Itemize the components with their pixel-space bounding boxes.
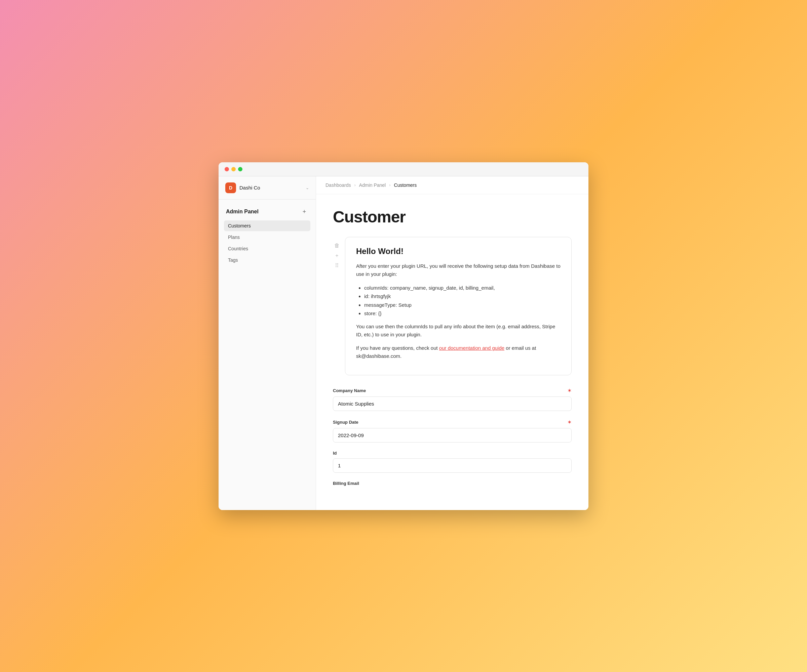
workspace-name: Dashi Co bbox=[239, 185, 302, 190]
bullet-item: store: {} bbox=[364, 309, 561, 318]
app-body: D Dashi Co ⌄ Admin Panel + Customers Pla… bbox=[219, 176, 588, 510]
plugin-card-title: Hello World! bbox=[356, 247, 561, 256]
card-actions: 🗑 + ⠿ bbox=[333, 237, 341, 270]
workspace-avatar: D bbox=[225, 182, 236, 193]
main-content: Dashboards › Admin Panel › Customers Cus… bbox=[316, 176, 588, 510]
breadcrumb-admin-panel[interactable]: Admin Panel bbox=[359, 182, 386, 188]
sidebar-section-title: Admin Panel bbox=[226, 209, 259, 215]
id-label-row: Id bbox=[333, 450, 572, 455]
signup-date-label-row: Signup Date ✶ bbox=[333, 419, 572, 425]
delete-icon: 🗑 bbox=[334, 243, 340, 249]
sidebar-item-tags[interactable]: Tags bbox=[224, 255, 311, 265]
bullet-item: id: ihrtsgfyjk bbox=[364, 292, 561, 301]
sidebar-section-header: Admin Panel + bbox=[224, 206, 311, 220]
plugin-card-doc-text: If you have any questions, check out our… bbox=[356, 344, 561, 360]
plugin-card-bullets: columnIds: company_name, signup_date, id… bbox=[364, 283, 561, 318]
form-section: Company Name ✶ Signup Date ✶ bbox=[333, 387, 572, 497]
add-icon: + bbox=[335, 253, 338, 259]
company-name-label-row: Company Name ✶ bbox=[333, 387, 572, 394]
add-block-button[interactable]: + bbox=[333, 252, 341, 260]
signup-date-label: Signup Date bbox=[333, 420, 359, 425]
sidebar-nav: Customers Plans Countries Tags bbox=[224, 220, 311, 265]
signup-date-required-icon: ✶ bbox=[567, 419, 572, 425]
sidebar-item-customers[interactable]: Customers bbox=[224, 220, 311, 231]
plugin-card-intro: After you enter your plugin URL, you wil… bbox=[356, 262, 561, 278]
drag-icon: ⠿ bbox=[335, 262, 339, 269]
company-name-field: Company Name ✶ bbox=[333, 387, 572, 411]
sidebar-item-plans[interactable]: Plans bbox=[224, 232, 311, 243]
page-body: Customer 🗑 + ⠿ bbox=[316, 194, 588, 510]
id-label: Id bbox=[333, 450, 337, 455]
bullet-item: columnIds: company_name, signup_date, id… bbox=[364, 283, 561, 292]
id-field: Id bbox=[333, 450, 572, 473]
billing-email-label-row: Billing Email bbox=[333, 481, 572, 486]
company-name-required-icon: ✶ bbox=[567, 387, 572, 394]
billing-email-label: Billing Email bbox=[333, 481, 359, 486]
signup-date-field: Signup Date ✶ bbox=[333, 419, 572, 442]
plugin-card-info: You can use then the columnIds to pull a… bbox=[356, 323, 561, 339]
workspace-selector[interactable]: D Dashi Co ⌄ bbox=[219, 176, 316, 200]
app-window: D Dashi Co ⌄ Admin Panel + Customers Pla… bbox=[219, 162, 588, 510]
delete-block-button[interactable]: 🗑 bbox=[333, 242, 341, 250]
page-title: Customer bbox=[333, 208, 572, 226]
breadcrumb-separator-1: › bbox=[354, 182, 356, 187]
plugin-card: Hello World! After you enter your plugin… bbox=[345, 237, 572, 375]
breadcrumb-separator-2: › bbox=[389, 182, 390, 187]
breadcrumb: Dashboards › Admin Panel › Customers bbox=[316, 176, 588, 194]
bullet-item: messageType: Setup bbox=[364, 301, 561, 310]
breadcrumb-current: Customers bbox=[394, 182, 417, 188]
doc-text-pre: If you have any questions, check out bbox=[356, 345, 439, 351]
workspace-chevron-icon: ⌄ bbox=[306, 185, 309, 190]
close-button[interactable] bbox=[224, 167, 229, 171]
sidebar-section: Admin Panel + Customers Plans Countries … bbox=[219, 200, 316, 269]
breadcrumb-dashboards[interactable]: Dashboards bbox=[325, 182, 351, 188]
doc-link[interactable]: our documentation and guide bbox=[439, 345, 504, 351]
company-name-label: Company Name bbox=[333, 388, 366, 393]
titlebar bbox=[219, 162, 588, 176]
billing-email-field: Billing Email bbox=[333, 481, 572, 488]
drag-handle-button[interactable]: ⠿ bbox=[333, 262, 341, 270]
sidebar: D Dashi Co ⌄ Admin Panel + Customers Pla… bbox=[219, 176, 316, 510]
signup-date-input[interactable] bbox=[333, 428, 572, 442]
traffic-lights bbox=[224, 167, 242, 171]
fullscreen-button[interactable] bbox=[238, 167, 242, 171]
company-name-input[interactable] bbox=[333, 396, 572, 411]
plugin-card-wrapper: 🗑 + ⠿ Hello World! After you enter your … bbox=[333, 237, 572, 375]
id-input[interactable] bbox=[333, 458, 572, 473]
sidebar-add-button[interactable]: + bbox=[300, 208, 308, 216]
minimize-button[interactable] bbox=[231, 167, 236, 171]
sidebar-item-countries[interactable]: Countries bbox=[224, 243, 311, 254]
